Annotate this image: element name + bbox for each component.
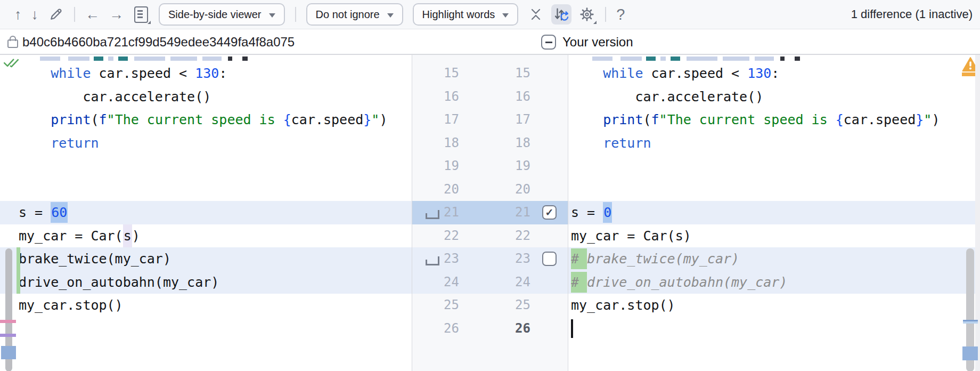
diff-settings-button[interactable]: [577, 4, 597, 25]
toolbar-separator: [295, 7, 296, 22]
dropdown-corner-icon: [593, 21, 597, 24]
clipped-glyph-fragment: [620, 57, 642, 61]
code-line-right-19[interactable]: [568, 155, 980, 178]
clipped-glyph-fragment: [687, 57, 717, 61]
code-line-right-21[interactable]: s = 0: [568, 201, 980, 224]
line-number-right: 24: [476, 271, 530, 294]
code-line-right-16[interactable]: car.accelerate(): [568, 85, 980, 109]
code-line-right-25[interactable]: my_car.stop(): [568, 294, 980, 317]
compare-with-button[interactable]: [131, 4, 151, 25]
diff-toolbar: ↑ ↓ ← → Side-by-side viewer Do not ignor…: [0, 0, 980, 29]
gutter-row-17: 1717: [412, 108, 568, 132]
code-line-right-22[interactable]: my_car = Car(s): [568, 224, 980, 248]
include-change-checkbox[interactable]: ✓: [542, 205, 557, 220]
include-change-checkbox[interactable]: [542, 252, 557, 266]
code-line-right-17[interactable]: print(f"The current speed is {car.speed}…: [568, 108, 980, 132]
code-line-left-26[interactable]: [0, 317, 412, 341]
code-text: # drive_on_autobahn(my_car): [568, 271, 980, 294]
clipped-glyph-fragment: [723, 57, 749, 61]
left-stripe-mark-pink[interactable]: [0, 320, 16, 323]
clipped-glyph-fragment: [68, 57, 89, 61]
right-stripe-mark-blue-tick[interactable]: [963, 320, 978, 324]
clipped-glyph-fragment: [202, 57, 222, 61]
line-number-left: 24: [412, 271, 459, 294]
code-text: # brake_twice(my_car): [568, 247, 980, 271]
diff-gutter: 1515161617171818191920202121✓22222323242…: [412, 55, 568, 371]
code-line-left-25[interactable]: my_car.stop(): [0, 294, 412, 317]
code-line-left-19[interactable]: [0, 155, 412, 178]
prev-difference-icon[interactable]: ↑: [14, 7, 22, 22]
code-text: drive_on_autobahn(my_car): [0, 271, 412, 294]
left-stripe-mark-blue[interactable]: [1, 346, 16, 359]
code-line-left-18[interactable]: return: [0, 132, 412, 155]
right-editor-panel[interactable]: while car.speed < 130: car.accelerate() …: [568, 55, 980, 371]
forward-icon[interactable]: →: [109, 7, 124, 22]
line-number-right: 22: [476, 224, 530, 248]
left-stripe-mark-purple[interactable]: [0, 334, 16, 337]
chevrons-collapse-icon: [528, 7, 543, 22]
gutter-row-24: 2424: [412, 271, 568, 294]
code-text: while car.speed < 130:: [0, 62, 412, 85]
code-line-left-22[interactable]: my_car = Car(s): [0, 224, 412, 248]
no-problems-check-icon: [3, 56, 19, 69]
gutter-row-22: 2222: [412, 224, 568, 248]
code-text: return: [0, 132, 412, 155]
whitespace-policy-label: Do not ignore: [316, 9, 380, 21]
help-icon[interactable]: ?: [616, 7, 625, 22]
include-all-changes-checkbox[interactable]: [541, 35, 556, 50]
code-line-left-23[interactable]: brake_twice(my_car): [0, 247, 412, 271]
clipped-glyph-fragment: [646, 57, 656, 61]
code-line-right-15[interactable]: while car.speed < 130:: [568, 62, 980, 85]
clipped-glyph-fragment: [671, 57, 680, 61]
viewer-mode-label: Side-by-side viewer: [168, 9, 262, 21]
code-line-right-23[interactable]: # brake_twice(my_car): [568, 247, 980, 271]
edit-source-button[interactable]: [46, 4, 66, 25]
code-line-right-24[interactable]: # drive_on_autobahn(my_car): [568, 271, 980, 294]
clipped-glyph-fragment: [755, 57, 774, 61]
whitespace-policy-select[interactable]: Do not ignore: [306, 3, 403, 26]
next-difference-icon[interactable]: ↓: [31, 7, 39, 22]
line-number-left: 20: [412, 178, 459, 201]
gutter-row-23: 2323: [412, 247, 568, 271]
file-icon: [134, 6, 148, 23]
code-text: while car.speed < 130:: [568, 62, 980, 85]
code-text: return: [568, 132, 980, 155]
pencil-icon: [48, 7, 63, 22]
right-scrollbar-track[interactable]: [975, 55, 980, 371]
highlight-policy-label: Highlight words: [422, 9, 495, 21]
code-line-left-21[interactable]: s = 60: [0, 201, 412, 224]
clipped-glyph-fragment: [780, 57, 785, 61]
code-line-left-16[interactable]: car.accelerate(): [0, 85, 412, 109]
code-line-left-15[interactable]: while car.speed < 130:: [0, 62, 412, 85]
clipped-glyph-fragment: [170, 57, 197, 61]
line-number-right: 26: [476, 317, 530, 341]
clipped-glyph-fragment: [134, 57, 165, 61]
highlight-policy-select[interactable]: Highlight words: [413, 3, 519, 26]
code-line-right-20[interactable]: [568, 178, 980, 201]
clipped-glyph-fragment: [660, 57, 666, 61]
line-number-left: 25: [412, 294, 459, 317]
code-text: my_car = Car(s): [0, 224, 412, 248]
line-number-left: 16: [412, 85, 459, 109]
toolbar-separator: [605, 7, 606, 22]
viewer-mode-select[interactable]: Side-by-side viewer: [159, 3, 285, 26]
code-text: my_car = Car(s): [568, 224, 980, 248]
line-number-right: 19: [476, 155, 530, 178]
sync-scrolling-toggle[interactable]: [551, 4, 571, 25]
clipped-glyph-fragment: [40, 57, 60, 61]
code-line-left-20[interactable]: [0, 178, 412, 201]
code-text: print(f"The current speed is {car.speed}…: [0, 108, 412, 132]
code-line-left-24[interactable]: drive_on_autobahn(my_car): [0, 271, 412, 294]
gutter-row-19: 1919: [412, 155, 568, 178]
left-editor-panel[interactable]: while car.speed < 130: car.accelerate() …: [0, 55, 412, 371]
code-line-right-26[interactable]: [568, 317, 980, 341]
right-stripe-mark-blue[interactable]: [962, 346, 978, 360]
gutter-row-15: 1515: [412, 62, 568, 85]
code-line-left-17[interactable]: print(f"The current speed is {car.speed}…: [0, 108, 412, 132]
collapse-unchanged-button[interactable]: [526, 4, 546, 25]
back-icon[interactable]: ←: [85, 7, 100, 22]
code-line-right-18[interactable]: return: [568, 132, 980, 155]
line-number-left: 22: [412, 224, 459, 248]
clipped-top-line: [568, 55, 980, 62]
clipped-glyph-fragment: [228, 57, 232, 61]
